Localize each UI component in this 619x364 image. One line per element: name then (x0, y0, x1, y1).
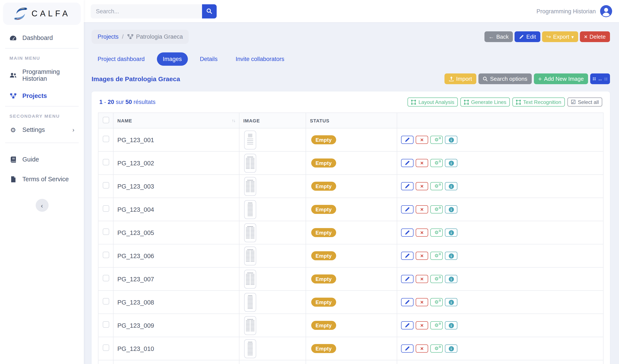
row-edit-button[interactable] (401, 275, 414, 283)
row-process-button[interactable] (430, 136, 443, 144)
info-icon (449, 137, 454, 142)
image-thumbnail[interactable] (244, 339, 256, 358)
layout-analysis-button[interactable]: Layout Analysis (408, 97, 458, 107)
sidebar-item-projects[interactable]: Projects (0, 87, 84, 104)
row-edit-button[interactable] (401, 252, 414, 260)
row-edit-button[interactable] (401, 344, 414, 353)
row-checkbox[interactable] (102, 344, 109, 351)
page-scan-preview (246, 179, 254, 193)
row-delete-button[interactable] (416, 298, 428, 306)
row-process-button[interactable] (430, 182, 443, 190)
row-info-button[interactable] (445, 205, 457, 214)
row-checkbox[interactable] (102, 229, 109, 235)
row-info-button[interactable] (445, 298, 457, 306)
image-thumbnail[interactable] (244, 177, 256, 196)
row-checkbox[interactable] (102, 275, 109, 281)
breadcrumb-projects-link[interactable]: Projects (98, 33, 119, 40)
back-button[interactable]: Back (484, 31, 513, 42)
search-button[interactable] (202, 4, 217, 18)
image-thumbnail[interactable] (244, 293, 256, 312)
row-edit-button[interactable] (401, 321, 414, 329)
row-info-button[interactable] (445, 229, 457, 237)
import-button[interactable]: Import (445, 73, 476, 84)
sidebar-item-guide[interactable]: Guide (0, 151, 84, 168)
row-delete-button[interactable] (416, 321, 428, 329)
file-icon (9, 176, 17, 182)
row-edit-button[interactable] (401, 205, 414, 214)
row-checkbox[interactable] (102, 205, 109, 212)
row-info-button[interactable] (445, 182, 457, 190)
sidebar-item-programming-historian[interactable]: Programming Historian (0, 63, 84, 87)
image-thumbnail[interactable] (244, 316, 256, 335)
delete-button[interactable]: Delete (580, 31, 610, 42)
search-options-button[interactable]: Search options (478, 73, 532, 84)
row-process-button[interactable] (430, 275, 443, 283)
row-process-button[interactable] (430, 229, 443, 237)
status-badge: Empty (311, 251, 336, 260)
tab-details[interactable]: Details (194, 52, 224, 66)
row-process-button[interactable] (430, 344, 443, 353)
row-edit-button[interactable] (401, 229, 414, 237)
row-delete-button[interactable] (416, 159, 428, 167)
image-thumbnail[interactable] (244, 270, 256, 288)
row-checkbox[interactable] (102, 298, 109, 305)
row-info-button[interactable] (445, 136, 457, 144)
row-delete-button[interactable] (416, 344, 428, 353)
sidebar-item-dashboard[interactable]: Dashboard (0, 29, 84, 46)
image-thumbnail[interactable] (244, 223, 256, 242)
row-edit-button[interactable] (401, 182, 414, 190)
image-thumbnail[interactable] (244, 200, 256, 219)
row-delete-button[interactable] (416, 136, 428, 144)
user-avatar-icon[interactable] (600, 5, 612, 17)
row-delete-button[interactable] (416, 252, 428, 260)
row-delete-button[interactable] (416, 275, 428, 283)
image-thumbnail[interactable] (244, 154, 256, 173)
image-thumbnail[interactable] (244, 130, 256, 149)
breadcrumb: Projects / Patrologia Graeca (92, 30, 189, 44)
row-info-button[interactable] (445, 252, 457, 260)
app-logo[interactable]: CALFA (3, 2, 81, 25)
row-checkbox[interactable] (102, 136, 109, 142)
generate-lines-button[interactable]: Generate Lines (460, 97, 510, 107)
row-checkbox[interactable] (102, 252, 109, 258)
row-process-button[interactable] (430, 252, 443, 260)
select-all-checkbox[interactable] (102, 117, 109, 123)
row-info-button[interactable] (445, 344, 457, 353)
row-process-button[interactable] (430, 298, 443, 306)
sort-icon[interactable] (232, 118, 235, 123)
row-checkbox[interactable] (102, 159, 109, 165)
row-info-button[interactable] (445, 275, 457, 283)
row-info-button[interactable] (445, 321, 457, 329)
row-delete-button[interactable] (416, 205, 428, 214)
row-edit-button[interactable] (401, 136, 414, 144)
text-recognition-button[interactable]: Text Recognition (512, 97, 565, 107)
row-delete-button[interactable] (416, 229, 428, 237)
export-button[interactable]: Export (542, 31, 578, 42)
view-toggle-button[interactable] (590, 73, 610, 84)
row-checkbox[interactable] (102, 182, 109, 189)
breadcrumb-current: Patrologia Graeca (127, 33, 183, 40)
row-delete-button[interactable] (416, 182, 428, 190)
row-checkbox[interactable] (102, 321, 109, 328)
add-new-image-button[interactable]: Add New Image (534, 73, 588, 84)
row-process-button[interactable] (430, 321, 443, 329)
tab-invite-collaborators[interactable]: Invite collaborators (229, 52, 290, 66)
row-process-button[interactable] (430, 205, 443, 214)
select-all-button[interactable]: Select all (567, 97, 602, 107)
sidebar-item-terms-of-service[interactable]: Terms of Service (0, 171, 84, 188)
tab-images[interactable]: Images (157, 52, 188, 66)
row-process-button[interactable] (430, 159, 443, 167)
row-edit-button[interactable] (401, 298, 414, 306)
results-summary: 1 - 20 sur 50 résultats (99, 99, 155, 105)
tab-project-dashboard[interactable]: Project dashboard (92, 52, 151, 66)
column-header-actions (397, 113, 603, 128)
image-thumbnail[interactable] (244, 246, 256, 265)
search-input[interactable] (91, 4, 202, 18)
topbar-user[interactable]: Programming Historian (536, 5, 612, 17)
row-edit-button[interactable] (401, 159, 414, 167)
info-icon (449, 323, 454, 328)
row-info-button[interactable] (445, 159, 457, 167)
sidebar-item-settings[interactable]: ⚙ Settings (0, 121, 84, 138)
sidebar-collapse-button[interactable] (35, 199, 48, 212)
edit-button[interactable]: Edit (515, 31, 540, 42)
